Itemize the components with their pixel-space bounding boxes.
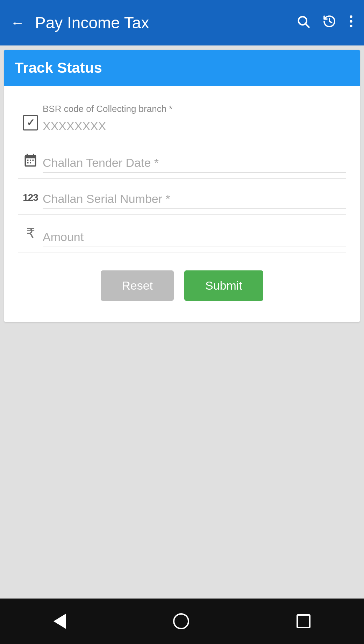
number-icon: 123 — [18, 192, 43, 209]
bottom-navigation-bar — [0, 599, 364, 644]
recent-square-icon — [297, 614, 311, 628]
rupee-icon: ₹ — [18, 225, 43, 247]
bsr-field-container: BSR code of Collecting branch * — [43, 104, 346, 136]
back-triangle-icon — [53, 614, 66, 629]
svg-point-4 — [350, 24, 352, 27]
challan-serial-field-container — [43, 189, 346, 209]
nav-home-button[interactable] — [173, 613, 189, 629]
challan-date-field-row — [18, 142, 346, 178]
calendar-svg-icon — [23, 153, 38, 168]
bsr-field-row: BSR code of Collecting branch * — [18, 93, 346, 142]
amount-input[interactable] — [43, 227, 346, 247]
nav-back-button[interactable] — [53, 614, 66, 629]
card-body: BSR code of Collecting branch * — [4, 86, 360, 322]
top-bar-actions — [296, 14, 354, 31]
bsr-checkbox-icon — [18, 115, 43, 136]
submit-button[interactable]: Submit — [184, 270, 263, 301]
checkbox-icon — [23, 115, 38, 130]
track-status-card: Track Status BSR code of Collecting bran… — [4, 50, 360, 322]
svg-line-1 — [306, 24, 309, 27]
reset-button[interactable]: Reset — [101, 270, 174, 301]
challan-date-input[interactable] — [43, 153, 346, 173]
home-circle-icon — [173, 613, 189, 629]
challan-serial-field-row: 123 — [18, 179, 346, 214]
challan-serial-input[interactable] — [43, 189, 346, 209]
svg-point-3 — [350, 20, 352, 22]
history-icon[interactable] — [322, 14, 336, 31]
amount-field-container — [43, 227, 346, 247]
bsr-input[interactable] — [43, 116, 346, 136]
search-icon[interactable] — [296, 14, 310, 31]
divider-4 — [18, 253, 346, 253]
rupee-symbol-icon: ₹ — [26, 225, 35, 244]
top-navigation-bar: ← Pay Income Tax — [0, 0, 364, 45]
bsr-label: BSR code of Collecting branch * — [43, 104, 346, 114]
123-icon: 123 — [23, 192, 38, 206]
challan-date-field-container — [43, 153, 346, 173]
calendar-icon — [18, 153, 43, 173]
top-bar-left: ← Pay Income Tax — [10, 13, 296, 32]
svg-point-2 — [350, 15, 352, 18]
back-button[interactable]: ← — [10, 16, 24, 30]
amount-field-row: ₹ — [18, 215, 346, 253]
nav-recent-button[interactable] — [297, 614, 311, 628]
page-title: Pay Income Tax — [35, 13, 149, 32]
card-header: Track Status — [4, 50, 360, 86]
section-title: Track Status — [15, 59, 102, 76]
form-button-row: Reset Submit — [18, 270, 346, 308]
more-vert-icon[interactable] — [349, 14, 354, 31]
main-content: Track Status BSR code of Collecting bran… — [0, 45, 364, 599]
